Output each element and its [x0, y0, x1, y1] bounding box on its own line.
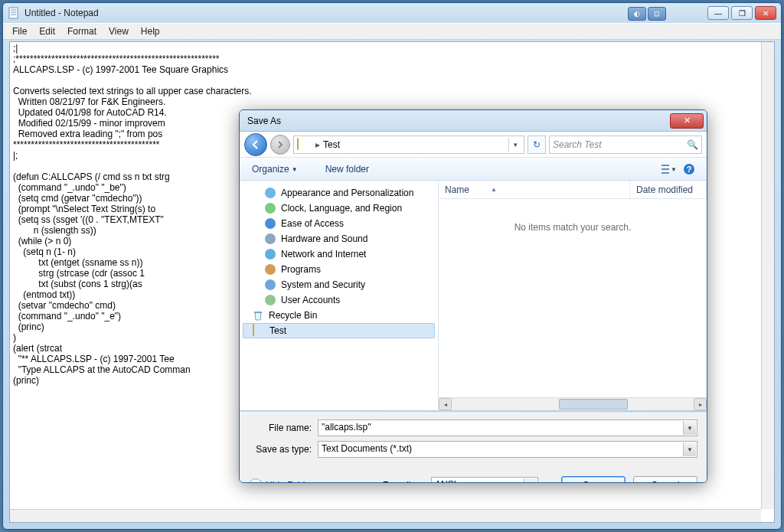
encoding-label: Encoding:: [383, 480, 423, 483]
svg-rect-4: [662, 165, 669, 166]
users-icon: [264, 294, 276, 306]
svg-point-12: [265, 233, 276, 244]
nav-back-button[interactable]: [244, 133, 267, 156]
editor-content: ;| ;************************************…: [13, 43, 251, 386]
sort-indicator-icon: ▲: [491, 186, 497, 193]
nav-item-label: Clock, Language, and Region: [281, 203, 402, 214]
list-header: Name▲ Date modified: [439, 181, 707, 199]
dialog-bottom: File name: "allcaps.lsp" ▼ Save as type:…: [240, 413, 707, 470]
encoding-select[interactable]: ANSI ▼: [431, 477, 538, 483]
menu-edit[interactable]: Edit: [33, 24, 61, 38]
new-folder-button[interactable]: New folder: [321, 162, 374, 177]
filename-input[interactable]: "allcaps.lsp" ▼: [318, 419, 697, 436]
list-horizontal-scrollbar[interactable]: ◂ ▸: [439, 397, 707, 410]
svg-rect-5: [662, 168, 669, 170]
filename-dropdown[interactable]: ▼: [683, 421, 696, 435]
ease-icon: [264, 217, 276, 230]
scroll-thumb[interactable]: [559, 399, 628, 410]
saveastype-dropdown[interactable]: ▼: [683, 442, 696, 456]
svg-point-14: [265, 264, 276, 275]
svg-point-15: [265, 279, 276, 290]
column-date[interactable]: Date modified: [630, 181, 707, 198]
search-input[interactable]: Search Test 🔍: [549, 135, 702, 154]
hide-folders-button[interactable]: ▲ Hide Folders: [249, 478, 318, 483]
nav-item-folder[interactable]: Test: [243, 323, 435, 338]
breadcrumb-bar[interactable]: ▸ Test ▾: [293, 135, 524, 154]
nav-item-label: System and Security: [281, 279, 365, 290]
recycle-icon: [252, 309, 264, 321]
svg-point-13: [265, 249, 276, 259]
scroll-right-button[interactable]: ▸: [694, 398, 707, 410]
programs-icon: [264, 263, 276, 276]
menu-view[interactable]: View: [103, 24, 135, 38]
file-list-pane[interactable]: Name▲ Date modified No items match your …: [439, 181, 707, 410]
search-icon: 🔍: [687, 139, 698, 150]
organize-button[interactable]: Organize ▼: [247, 162, 302, 177]
nav-item-programs[interactable]: Programs: [243, 262, 435, 277]
menubar: File Edit Format View Help: [3, 23, 781, 40]
nav-item-label: Appearance and Personalization: [281, 188, 413, 198]
nav-item-label: Network and Internet: [281, 249, 366, 259]
dialog-body: Appearance and PersonalizationClock, Lan…: [240, 181, 707, 410]
save-button[interactable]: Save: [561, 476, 626, 483]
filename-value: "allcaps.lsp": [322, 422, 371, 432]
minimize-button[interactable]: —: [707, 6, 729, 20]
cancel-button[interactable]: Cancel: [633, 476, 697, 483]
nav-pane[interactable]: Appearance and PersonalizationClock, Lan…: [240, 181, 439, 410]
svg-point-11: [265, 218, 276, 229]
svg-text:?: ?: [687, 165, 692, 174]
nav-item-appearance[interactable]: Appearance and Personalization: [243, 185, 435, 201]
svg-point-9: [265, 188, 276, 198]
help-button[interactable]: ?: [681, 162, 697, 177]
dialog-footer: ▲ Hide Folders Encoding: ANSI ▼ Save Can…: [240, 470, 707, 483]
notepad-titlebar[interactable]: Untitled - Notepad ◐ ⊡ — ❐ ✕: [3, 3, 781, 23]
breadcrumb-dropdown[interactable]: ▾: [508, 138, 522, 152]
svg-point-16: [265, 295, 276, 305]
breadcrumb-item[interactable]: Test: [323, 139, 340, 150]
refresh-button[interactable]: ↻: [528, 135, 546, 154]
saveastype-value: Text Documents (*.txt): [322, 443, 412, 454]
notepad-icon: [8, 7, 20, 19]
menu-help[interactable]: Help: [135, 24, 166, 38]
encoding-dropdown[interactable]: ▼: [524, 478, 537, 483]
maximize-button[interactable]: ❐: [731, 6, 753, 20]
chevron-icon: ▸: [315, 139, 320, 150]
saveastype-select[interactable]: Text Documents (*.txt) ▼: [318, 441, 697, 458]
appearance-icon: [264, 187, 276, 199]
column-name[interactable]: Name▲: [439, 181, 630, 198]
nav-item-recycle[interactable]: Recycle Bin: [243, 308, 435, 323]
saveastype-label: Save as type:: [249, 444, 318, 455]
nav-item-ease[interactable]: Ease of Access: [243, 216, 435, 231]
nav-item-clock[interactable]: Clock, Language, and Region: [243, 201, 435, 216]
encoding-value: ANSI: [435, 479, 456, 483]
nav-forward-button[interactable]: [270, 135, 290, 155]
folder-icon: [253, 325, 265, 337]
view-options-button[interactable]: ▼: [662, 162, 677, 177]
menu-file[interactable]: File: [6, 24, 33, 38]
nav-item-label: Hardware and Sound: [281, 233, 368, 244]
aux-button-2[interactable]: ⊡: [648, 7, 666, 21]
close-button[interactable]: ✕: [755, 6, 776, 20]
search-placeholder: Search Test: [553, 139, 602, 150]
nav-item-label: User Accounts: [281, 295, 340, 305]
svg-rect-0: [9, 8, 18, 18]
nav-item-label: Ease of Access: [281, 218, 344, 229]
svg-rect-6: [662, 172, 669, 174]
menu-format[interactable]: Format: [61, 24, 103, 38]
save-as-dialog: Save As ✕ ▸ Test ▾ ↻ Search Test 🔍 Organ…: [239, 109, 707, 483]
horizontal-scrollbar[interactable]: [10, 509, 761, 522]
vertical-scrollbar[interactable]: [761, 42, 774, 509]
empty-message: No items match your search.: [439, 199, 707, 256]
scroll-left-button[interactable]: ◂: [439, 398, 452, 410]
dialog-close-button[interactable]: ✕: [670, 113, 704, 129]
aux-button-1[interactable]: ◐: [628, 7, 646, 21]
nav-item-hardware[interactable]: Hardware and Sound: [243, 231, 435, 246]
nav-item-label: Programs: [281, 264, 321, 275]
hardware-icon: [264, 233, 276, 245]
network-icon: [264, 248, 276, 260]
dialog-titlebar[interactable]: Save As ✕: [240, 110, 707, 132]
nav-item-users[interactable]: User Accounts: [243, 292, 435, 308]
nav-item-system[interactable]: System and Security: [243, 277, 435, 292]
nav-item-network[interactable]: Network and Internet: [243, 246, 435, 262]
collapse-icon: ▲: [249, 478, 263, 483]
